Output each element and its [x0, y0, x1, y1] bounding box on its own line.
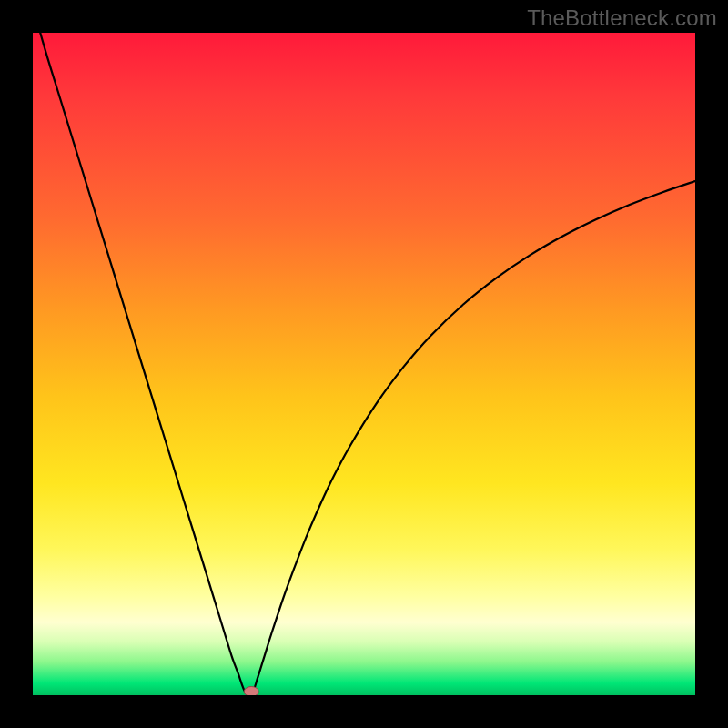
curve-layer: [33, 33, 695, 695]
plot-area: [33, 33, 695, 695]
bottleneck-curve: [33, 33, 695, 695]
chart-frame: TheBottleneck.com: [0, 0, 728, 728]
watermark-text: TheBottleneck.com: [527, 5, 717, 31]
optimal-point-marker: [244, 687, 258, 696]
